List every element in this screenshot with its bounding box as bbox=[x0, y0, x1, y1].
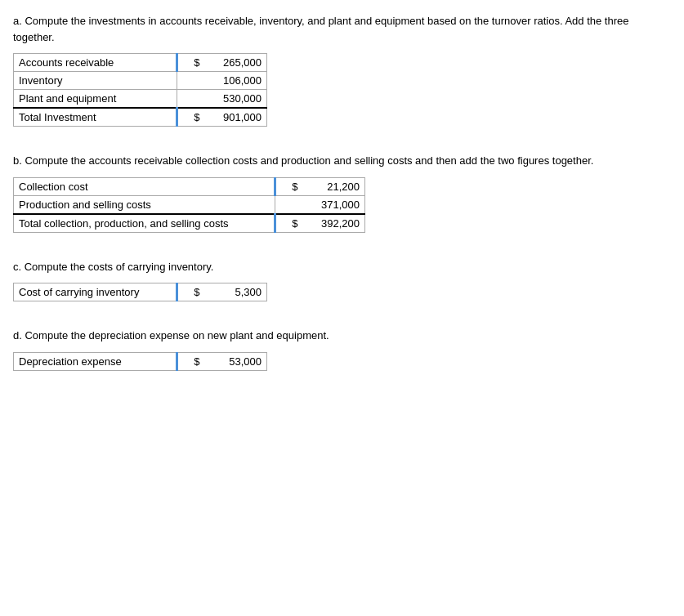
row-label: Total collection, production, and sellin… bbox=[14, 214, 275, 233]
section-c-dollar: $ bbox=[177, 283, 202, 301]
section-d-instruction: d. Compute the depreciation expense on n… bbox=[13, 328, 671, 344]
section-c-table: Cost of carrying inventory $ 5,300 bbox=[13, 283, 267, 301]
table-row: Collection cost$21,200 bbox=[14, 177, 365, 195]
section-b: b. Compute the accounts receivable colle… bbox=[13, 153, 671, 233]
row-dollar: $ bbox=[177, 54, 202, 72]
section-b-table: Collection cost$21,200Production and sel… bbox=[13, 177, 365, 233]
section-a-instruction: a. Compute the investments in accounts r… bbox=[13, 13, 671, 45]
row-label: Plant and equipment bbox=[14, 90, 177, 109]
row-label: Inventory bbox=[14, 72, 177, 90]
section-d-table: Depreciation expense $ 53,000 bbox=[13, 352, 267, 371]
row-value: 265,000 bbox=[202, 54, 267, 72]
table-row: Total Investment$901,000 bbox=[14, 108, 267, 127]
row-label: Accounts receivable bbox=[14, 54, 177, 72]
row-dollar: $ bbox=[177, 108, 202, 127]
table-row: Inventory106,000 bbox=[14, 72, 267, 90]
row-dollar bbox=[177, 72, 202, 90]
section-c: c. Compute the costs of carrying invento… bbox=[13, 259, 671, 302]
row-label: Production and selling costs bbox=[14, 195, 275, 214]
row-label: Collection cost bbox=[14, 177, 275, 195]
table-row: Accounts receivable$265,000 bbox=[14, 54, 267, 72]
row-dollar: $ bbox=[275, 177, 300, 195]
section-c-label: Cost of carrying inventory bbox=[14, 283, 177, 301]
table-row: Depreciation expense $ 53,000 bbox=[14, 352, 267, 370]
table-row: Production and selling costs371,000 bbox=[14, 195, 365, 214]
row-value: 392,200 bbox=[300, 214, 365, 233]
section-d-label: Depreciation expense bbox=[14, 352, 177, 370]
row-value: 21,200 bbox=[300, 177, 365, 195]
section-b-instruction: b. Compute the accounts receivable colle… bbox=[13, 153, 671, 169]
section-d-dollar: $ bbox=[177, 352, 202, 370]
row-value: 106,000 bbox=[202, 72, 267, 90]
row-dollar bbox=[177, 90, 202, 109]
row-value: 371,000 bbox=[300, 195, 365, 214]
table-row: Total collection, production, and sellin… bbox=[14, 214, 365, 233]
row-value: 530,000 bbox=[202, 90, 267, 109]
section-c-value: 5,300 bbox=[202, 283, 267, 301]
row-dollar: $ bbox=[275, 214, 300, 233]
row-dollar bbox=[275, 195, 300, 214]
section-d-value: 53,000 bbox=[202, 352, 267, 370]
row-value: 901,000 bbox=[202, 108, 267, 127]
row-label: Total Investment bbox=[14, 108, 177, 127]
section-a: a. Compute the investments in accounts r… bbox=[13, 13, 671, 127]
table-row: Plant and equipment530,000 bbox=[14, 90, 267, 109]
section-d: d. Compute the depreciation expense on n… bbox=[13, 328, 671, 371]
section-c-instruction: c. Compute the costs of carrying invento… bbox=[13, 259, 671, 275]
table-row: Cost of carrying inventory $ 5,300 bbox=[14, 283, 267, 301]
section-a-table: Accounts receivable$265,000Inventory106,… bbox=[13, 53, 267, 127]
